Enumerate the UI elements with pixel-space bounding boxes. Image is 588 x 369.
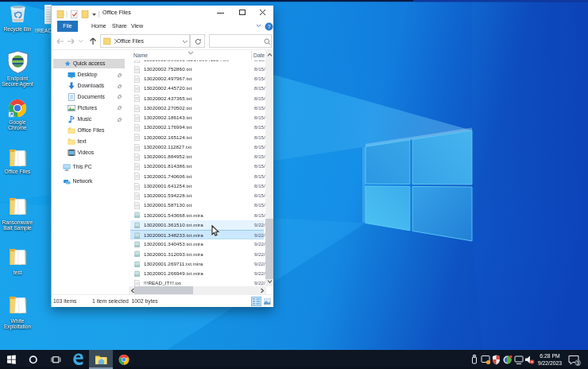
svg-text:3: 3 [576,360,579,366]
svg-text:?: ? [267,23,270,30]
